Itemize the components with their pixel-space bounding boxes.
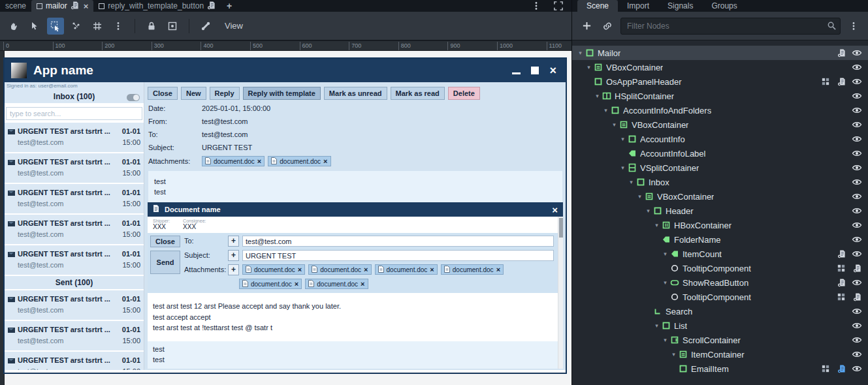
email-list-item[interactable]: URGENT TEST arst tsrtrt ...01-01test@tes… xyxy=(5,123,144,152)
reply-with-template-button[interactable]: Reply with template xyxy=(243,87,321,100)
collapse-arrow-icon[interactable]: ▾ xyxy=(661,279,669,286)
visibility-eye-icon[interactable] xyxy=(851,349,863,360)
visibility-eye-icon[interactable] xyxy=(851,148,863,159)
active-select-mode-icon[interactable] xyxy=(47,18,64,35)
collapse-arrow-icon[interactable]: ▾ xyxy=(619,164,627,171)
scene-tabs-menu-icon[interactable] xyxy=(528,0,544,14)
attachment-chip[interactable]: document.doc× xyxy=(239,279,302,289)
new-scene-tab-button[interactable]: + xyxy=(221,0,238,12)
tree-row-itemcontainer[interactable]: ▾ItemContainer xyxy=(572,347,868,362)
add-subject-button[interactable]: + xyxy=(228,250,239,261)
attachment-chip[interactable]: document.doc× xyxy=(375,264,438,275)
expand-viewport-icon[interactable] xyxy=(551,0,566,14)
collapse-arrow-icon[interactable]: ▾ xyxy=(602,107,610,114)
collapse-arrow-icon[interactable]: ▾ xyxy=(661,251,669,257)
visibility-eye-icon[interactable] xyxy=(851,220,863,230)
visibility-eye-icon[interactable] xyxy=(851,119,863,130)
tree-row-accountinfolabel[interactable]: AccountInfoLabel xyxy=(572,146,868,161)
tree-row-showreadbutton[interactable]: ▾ShowReadButton xyxy=(572,275,868,290)
visibility-eye-icon[interactable] xyxy=(851,177,863,187)
visibility-eye-icon[interactable] xyxy=(851,363,863,374)
tree-row-scrollcontainer[interactable]: ▾ScrollContainer xyxy=(572,333,868,347)
tree-row-itemcount[interactable]: ▾ItemCount xyxy=(572,247,868,261)
tree-row-vboxcontainer[interactable]: ▾VBoxContainer xyxy=(572,117,868,132)
new-button[interactable]: New xyxy=(181,87,206,100)
script-icon[interactable] xyxy=(851,292,863,301)
skeleton-options-icon[interactable] xyxy=(197,18,214,35)
dock-tab-groups[interactable]: Groups xyxy=(702,0,746,12)
tree-row-vsplitcontainer[interactable]: ▾VSplitContainer xyxy=(572,161,868,175)
collapse-arrow-icon[interactable]: ▾ xyxy=(627,179,635,185)
attachment-chip[interactable]: document.doc× xyxy=(242,264,305,275)
dock-menu-icon[interactable] xyxy=(846,18,861,34)
delete-button[interactable]: Delete xyxy=(448,87,480,100)
close-window-icon[interactable]: × xyxy=(549,67,556,74)
collapse-arrow-icon[interactable]: ▾ xyxy=(661,337,669,343)
close-document-icon[interactable]: × xyxy=(552,204,558,215)
visibility-eye-icon[interactable] xyxy=(851,91,863,101)
scrollbar-thumb[interactable] xyxy=(559,218,563,238)
tree-row-tooltipcomponent[interactable]: TooltipComponent xyxy=(572,290,868,304)
remove-attachment-icon[interactable]: × xyxy=(295,280,298,288)
lock-node-icon[interactable] xyxy=(143,18,160,35)
remove-attachment-icon[interactable]: × xyxy=(361,280,364,288)
visibility-eye-icon[interactable] xyxy=(851,306,863,316)
maximize-icon[interactable] xyxy=(531,67,539,74)
grid-snap-icon[interactable] xyxy=(89,18,106,35)
collapse-arrow-icon[interactable]: ▾ xyxy=(644,208,652,214)
tree-row-mailor[interactable]: ▾Mailor xyxy=(572,46,868,60)
visibility-eye-icon[interactable] xyxy=(851,335,863,345)
email-list-item[interactable]: URGENT TEST arst tsrtrt ...01-01test@tes… xyxy=(5,321,144,350)
email-list-item[interactable]: URGENT TEST arst tsrtrt ...01-01test@tes… xyxy=(5,352,144,370)
filter-nodes-input[interactable] xyxy=(620,18,841,35)
email-list-item[interactable]: URGENT TEST arst tsrtrt ...01-01test@tes… xyxy=(5,215,144,244)
visibility-eye-icon[interactable] xyxy=(851,249,863,259)
unread-toggle[interactable] xyxy=(127,94,140,101)
compose-to-input[interactable] xyxy=(242,236,554,247)
mark-as-read-button[interactable]: Mark as read xyxy=(391,87,445,100)
compose-subject-input[interactable] xyxy=(242,250,554,261)
tree-row-vboxcontainer[interactable]: ▾VBoxContainer xyxy=(572,60,868,74)
collapse-arrow-icon[interactable]: ▾ xyxy=(669,351,678,358)
collapse-arrow-icon[interactable]: ▾ xyxy=(652,322,661,329)
visibility-eye-icon[interactable] xyxy=(851,206,863,216)
scene-tab-reply_with_template_button[interactable]: reply_with_template_button xyxy=(93,0,221,12)
visibility-eye-icon[interactable] xyxy=(851,191,863,202)
visibility-eye-icon[interactable] xyxy=(851,320,863,331)
snap-options-menu-icon[interactable] xyxy=(110,18,127,35)
tree-row-accountinfoandfolders[interactable]: ▾AccountInfoAndFolders xyxy=(572,103,868,117)
tree-row-accountinfo[interactable]: ▾AccountInfo xyxy=(572,132,868,146)
email-list-item[interactable]: URGENT TEST arst tsrtrt ...01-01test@tes… xyxy=(5,153,144,183)
collapse-arrow-icon[interactable]: ▾ xyxy=(576,50,585,56)
script-icon-blue[interactable] xyxy=(835,364,847,373)
add-node-button[interactable] xyxy=(579,18,594,34)
script-icon[interactable] xyxy=(835,249,847,258)
collapse-arrow-icon[interactable]: ▾ xyxy=(610,121,619,128)
visibility-eye-icon[interactable] xyxy=(851,162,863,173)
list-select-icon[interactable] xyxy=(68,18,85,35)
attachment-chip[interactable]: document.doc× xyxy=(202,156,265,166)
mark-as-unread-button[interactable]: Mark as unread xyxy=(324,87,387,100)
tree-row-header[interactable]: ▾Header xyxy=(572,204,868,218)
email-list-item[interactable]: URGENT TEST arst tsrtrt ...01-01test@tes… xyxy=(5,245,144,275)
tree-row-foldername[interactable]: FolderName xyxy=(572,232,868,247)
dock-tab-signals[interactable]: Signals xyxy=(658,0,702,12)
reply-button[interactable]: Reply xyxy=(210,87,240,100)
attachment-chip[interactable]: document.doc× xyxy=(305,279,368,289)
attachment-chip[interactable]: document.doc× xyxy=(308,264,371,275)
visibility-eye-icon[interactable] xyxy=(851,105,863,116)
attachment-chip[interactable]: document.doc× xyxy=(441,264,504,275)
instance-scene-link-icon[interactable] xyxy=(600,18,615,34)
remove-attachment-icon[interactable]: × xyxy=(430,266,434,273)
remove-attachment-icon[interactable]: × xyxy=(364,266,368,273)
collapse-arrow-icon[interactable]: ▾ xyxy=(585,64,593,70)
remove-attachment-icon[interactable]: × xyxy=(298,266,302,273)
collapse-arrow-icon[interactable]: ▾ xyxy=(619,136,627,142)
compose-close-button[interactable]: Close xyxy=(150,236,180,247)
scene-tab-mailor[interactable]: mailor× xyxy=(31,0,93,12)
script-icon[interactable] xyxy=(835,48,847,57)
collapse-arrow-icon[interactable]: ▾ xyxy=(593,93,602,99)
close-tab-icon[interactable]: × xyxy=(82,1,89,11)
tree-row-osapppanelheader[interactable]: OsAppPanelHeader xyxy=(572,74,868,89)
minimize-icon[interactable] xyxy=(512,72,521,74)
